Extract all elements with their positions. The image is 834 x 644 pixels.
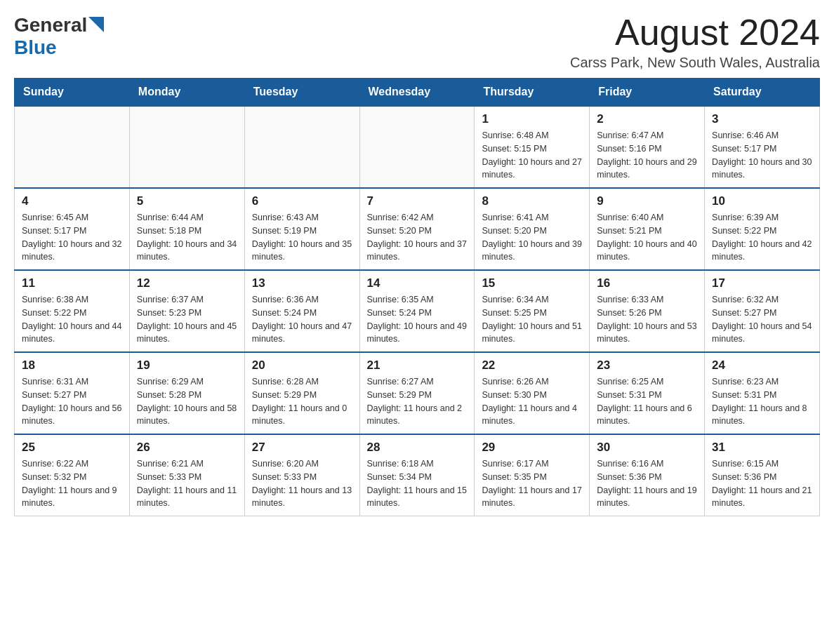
location-title: Carss Park, New South Wales, Australia [570,55,820,71]
day-info: Sunrise: 6:44 AMSunset: 5:18 PMDaylight:… [137,211,237,264]
day-number: 26 [137,441,237,455]
page-header: General Blue August 2024 Carss Park, New… [14,14,820,71]
calendar-cell: 1Sunrise: 6:48 AMSunset: 5:15 PMDaylight… [475,106,590,188]
day-number: 1 [482,112,582,126]
day-info: Sunrise: 6:25 AMSunset: 5:31 PMDaylight:… [597,375,697,428]
day-info: Sunrise: 6:16 AMSunset: 5:36 PMDaylight:… [597,457,697,510]
calendar-cell: 20Sunrise: 6:28 AMSunset: 5:29 PMDayligh… [244,352,359,434]
day-number: 3 [712,112,812,126]
calendar-cell: 30Sunrise: 6:16 AMSunset: 5:36 PMDayligh… [590,434,705,516]
calendar-cell: 18Sunrise: 6:31 AMSunset: 5:27 PMDayligh… [15,352,130,434]
calendar-week-row: 4Sunrise: 6:45 AMSunset: 5:17 PMDaylight… [15,188,820,270]
calendar-cell: 14Sunrise: 6:35 AMSunset: 5:24 PMDayligh… [359,270,475,352]
day-number: 12 [137,276,237,290]
day-info: Sunrise: 6:48 AMSunset: 5:15 PMDaylight:… [482,129,582,182]
calendar-cell: 12Sunrise: 6:37 AMSunset: 5:23 PMDayligh… [129,270,244,352]
day-number: 22 [482,358,582,373]
calendar-week-row: 11Sunrise: 6:38 AMSunset: 5:22 PMDayligh… [15,270,820,352]
day-info: Sunrise: 6:28 AMSunset: 5:29 PMDaylight:… [252,375,352,428]
calendar-week-row: 18Sunrise: 6:31 AMSunset: 5:27 PMDayligh… [15,352,820,434]
day-info: Sunrise: 6:37 AMSunset: 5:23 PMDaylight:… [137,293,237,346]
day-number: 14 [367,276,468,290]
calendar-cell: 15Sunrise: 6:34 AMSunset: 5:25 PMDayligh… [475,270,590,352]
calendar-cell: 28Sunrise: 6:18 AMSunset: 5:34 PMDayligh… [359,434,475,516]
day-number: 13 [252,276,352,290]
day-number: 19 [137,358,237,373]
day-info: Sunrise: 6:36 AMSunset: 5:24 PMDaylight:… [252,293,352,346]
logo: General Blue [14,14,104,59]
day-number: 15 [482,276,582,290]
day-info: Sunrise: 6:45 AMSunset: 5:17 PMDaylight:… [22,211,122,264]
calendar-cell: 19Sunrise: 6:29 AMSunset: 5:28 PMDayligh… [129,352,244,434]
day-number: 17 [712,276,812,290]
calendar-cell: 4Sunrise: 6:45 AMSunset: 5:17 PMDaylight… [15,188,130,270]
day-number: 27 [252,441,352,455]
logo-arrow-icon [88,17,104,32]
day-info: Sunrise: 6:15 AMSunset: 5:36 PMDaylight:… [712,457,812,510]
day-info: Sunrise: 6:26 AMSunset: 5:30 PMDaylight:… [482,375,582,428]
day-number: 24 [712,358,812,373]
day-info: Sunrise: 6:18 AMSunset: 5:34 PMDaylight:… [367,457,468,510]
day-header-thursday: Thursday [475,79,590,107]
calendar-cell [129,106,244,188]
day-number: 29 [482,441,582,455]
calendar-cell: 8Sunrise: 6:41 AMSunset: 5:20 PMDaylight… [475,188,590,270]
calendar-cell: 27Sunrise: 6:20 AMSunset: 5:33 PMDayligh… [244,434,359,516]
day-number: 25 [22,441,122,455]
calendar-cell: 11Sunrise: 6:38 AMSunset: 5:22 PMDayligh… [15,270,130,352]
day-info: Sunrise: 6:41 AMSunset: 5:20 PMDaylight:… [482,211,582,264]
svg-marker-0 [88,17,104,32]
calendar-cell: 29Sunrise: 6:17 AMSunset: 5:35 PMDayligh… [475,434,590,516]
day-header-tuesday: Tuesday [244,79,359,107]
title-section: August 2024 Carss Park, New South Wales,… [570,14,820,71]
calendar-table: SundayMondayTuesdayWednesdayThursdayFrid… [14,78,820,516]
calendar-cell: 25Sunrise: 6:22 AMSunset: 5:32 PMDayligh… [15,434,130,516]
day-number: 16 [597,276,697,290]
logo-blue-text: Blue [14,36,57,59]
calendar-cell: 24Sunrise: 6:23 AMSunset: 5:31 PMDayligh… [705,352,820,434]
calendar-week-row: 25Sunrise: 6:22 AMSunset: 5:32 PMDayligh… [15,434,820,516]
calendar-cell: 31Sunrise: 6:15 AMSunset: 5:36 PMDayligh… [705,434,820,516]
calendar-week-row: 1Sunrise: 6:48 AMSunset: 5:15 PMDaylight… [15,106,820,188]
day-info: Sunrise: 6:17 AMSunset: 5:35 PMDaylight:… [482,457,582,510]
day-number: 11 [22,276,122,290]
month-title: August 2024 [570,14,820,51]
day-number: 20 [252,358,352,373]
calendar-cell: 21Sunrise: 6:27 AMSunset: 5:29 PMDayligh… [359,352,475,434]
day-info: Sunrise: 6:43 AMSunset: 5:19 PMDaylight:… [252,211,352,264]
day-info: Sunrise: 6:39 AMSunset: 5:22 PMDaylight:… [712,211,812,264]
day-number: 7 [367,194,468,208]
day-number: 23 [597,358,697,373]
day-info: Sunrise: 6:47 AMSunset: 5:16 PMDaylight:… [597,129,697,182]
day-number: 21 [367,358,468,373]
day-number: 8 [482,194,582,208]
day-header-sunday: Sunday [15,79,130,107]
day-number: 10 [712,194,812,208]
day-info: Sunrise: 6:27 AMSunset: 5:29 PMDaylight:… [367,375,468,428]
day-info: Sunrise: 6:35 AMSunset: 5:24 PMDaylight:… [367,293,468,346]
day-info: Sunrise: 6:31 AMSunset: 5:27 PMDaylight:… [22,375,122,428]
day-number: 6 [252,194,352,208]
day-info: Sunrise: 6:42 AMSunset: 5:20 PMDaylight:… [367,211,468,264]
day-info: Sunrise: 6:40 AMSunset: 5:21 PMDaylight:… [597,211,697,264]
calendar-cell: 5Sunrise: 6:44 AMSunset: 5:18 PMDaylight… [129,188,244,270]
calendar-cell: 16Sunrise: 6:33 AMSunset: 5:26 PMDayligh… [590,270,705,352]
day-info: Sunrise: 6:38 AMSunset: 5:22 PMDaylight:… [22,293,122,346]
day-number: 2 [597,112,697,126]
day-number: 31 [712,441,812,455]
day-header-monday: Monday [129,79,244,107]
day-number: 9 [597,194,697,208]
day-info: Sunrise: 6:21 AMSunset: 5:33 PMDaylight:… [137,457,237,510]
calendar-cell: 3Sunrise: 6:46 AMSunset: 5:17 PMDaylight… [705,106,820,188]
calendar-cell: 23Sunrise: 6:25 AMSunset: 5:31 PMDayligh… [590,352,705,434]
day-info: Sunrise: 6:22 AMSunset: 5:32 PMDaylight:… [22,457,122,510]
day-number: 28 [367,441,468,455]
day-info: Sunrise: 6:32 AMSunset: 5:27 PMDaylight:… [712,293,812,346]
day-header-saturday: Saturday [705,79,820,107]
day-info: Sunrise: 6:34 AMSunset: 5:25 PMDaylight:… [482,293,582,346]
day-info: Sunrise: 6:33 AMSunset: 5:26 PMDaylight:… [597,293,697,346]
calendar-cell: 6Sunrise: 6:43 AMSunset: 5:19 PMDaylight… [244,188,359,270]
day-number: 18 [22,358,122,373]
calendar-cell: 13Sunrise: 6:36 AMSunset: 5:24 PMDayligh… [244,270,359,352]
day-number: 4 [22,194,122,208]
